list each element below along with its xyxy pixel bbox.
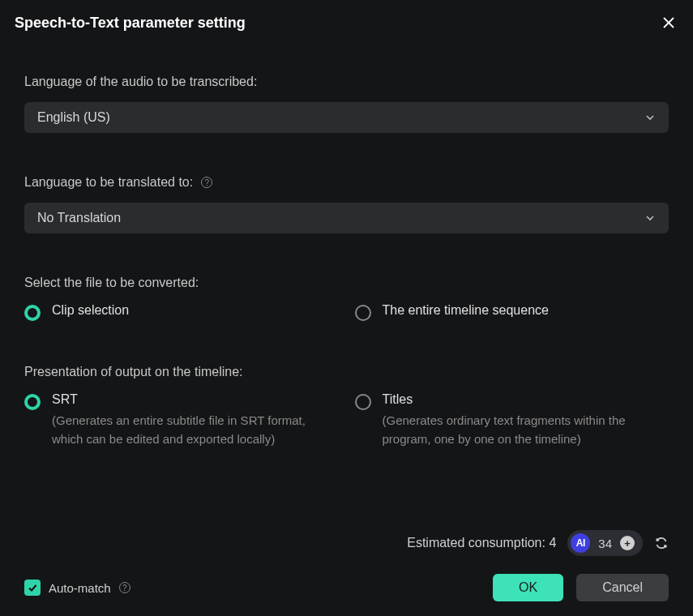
- radio-entire-timeline[interactable]: The entire timeline sequence: [355, 303, 669, 323]
- translate-language-label: Language to be translated to: ?: [24, 175, 669, 190]
- ai-badge: AI: [571, 533, 590, 553]
- radio-titles[interactable]: Titles (Generates ordinary text fragment…: [355, 392, 669, 448]
- dialog-header: Speech-to-Text parameter setting: [0, 0, 693, 42]
- translate-language-value: No Translation: [37, 211, 121, 225]
- footer-action-row: Auto-match ? OK Cancel: [24, 574, 669, 601]
- audio-language-dropdown[interactable]: English (US): [24, 102, 669, 133]
- audio-language-field: Language of the audio to be transcribed:…: [24, 75, 669, 133]
- consumption-label: Estimated consumption: 4: [407, 536, 556, 550]
- footer-info-row: Estimated consumption: 4 AI 34 +: [24, 530, 669, 556]
- radio-desc: (Generates an entire subtitle file in SR…: [52, 412, 339, 448]
- radio-circle[interactable]: [24, 305, 41, 321]
- checkmark-icon: [27, 582, 38, 593]
- help-icon[interactable]: ?: [119, 582, 130, 593]
- automatch-checkbox[interactable]: [24, 580, 41, 596]
- chevron-down-icon: [644, 212, 656, 224]
- automatch-label: Auto-match: [49, 581, 111, 595]
- ok-button[interactable]: OK: [493, 574, 563, 601]
- radio-circle[interactable]: [355, 305, 371, 321]
- radio-label: Clip selection: [52, 303, 339, 318]
- radio-clip-selection[interactable]: Clip selection: [24, 303, 339, 323]
- automatch-group: Auto-match ?: [24, 580, 130, 596]
- consumption-value: 4: [549, 536, 556, 550]
- radio-label: SRT: [52, 392, 339, 407]
- presentation-label: Presentation of output on the timeline:: [24, 365, 669, 379]
- radio-desc: (Generates ordinary text fragments withi…: [383, 412, 669, 448]
- cancel-button[interactable]: Cancel: [576, 574, 669, 601]
- dialog-content: Language of the audio to be transcribed:…: [0, 42, 693, 490]
- radio-label: The entire timeline sequence: [383, 303, 669, 318]
- radio-circle[interactable]: [355, 394, 371, 410]
- file-select-label: Select the file to be converted:: [24, 276, 669, 290]
- radio-circle[interactable]: [24, 394, 41, 410]
- ai-credits-value: 34: [598, 537, 612, 550]
- consumption-label-text: Estimated consumption:: [407, 536, 545, 550]
- ai-credits-group: AI 34 +: [567, 530, 643, 556]
- help-icon[interactable]: ?: [201, 177, 212, 188]
- chevron-down-icon: [644, 112, 656, 123]
- file-select-field: Select the file to be converted: Clip se…: [24, 276, 669, 323]
- audio-language-label: Language of the audio to be transcribed:: [24, 75, 669, 89]
- file-select-options: Clip selection The entire timeline seque…: [24, 303, 669, 323]
- radio-label: Titles: [383, 392, 669, 407]
- dialog-title: Speech-to-Text parameter setting: [15, 15, 246, 32]
- audio-language-value: English (US): [37, 110, 110, 125]
- close-icon: [661, 15, 676, 30]
- close-button[interactable]: [659, 13, 678, 32]
- translate-language-label-text: Language to be translated to:: [24, 175, 193, 190]
- presentation-options: SRT (Generates an entire subtitle file i…: [24, 392, 669, 448]
- radio-srt[interactable]: SRT (Generates an entire subtitle file i…: [24, 392, 339, 448]
- presentation-field: Presentation of output on the timeline: …: [24, 365, 669, 448]
- dialog-footer: Estimated consumption: 4 AI 34 + Auto-ma…: [0, 519, 693, 616]
- translate-language-dropdown[interactable]: No Translation: [24, 203, 669, 233]
- add-credits-button[interactable]: +: [620, 536, 635, 550]
- translate-language-field: Language to be translated to: ? No Trans…: [24, 175, 669, 233]
- action-buttons: OK Cancel: [493, 574, 669, 601]
- refresh-icon[interactable]: [654, 536, 669, 550]
